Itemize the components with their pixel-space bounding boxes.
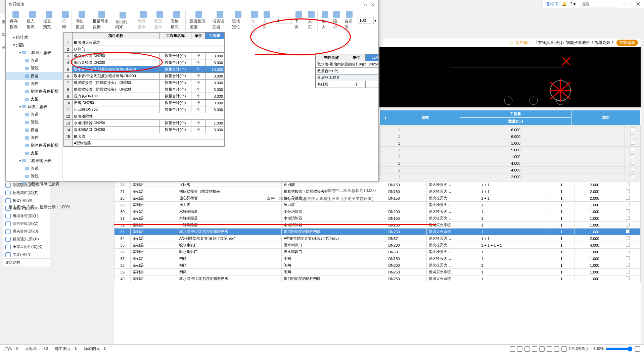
verify-checkbox[interactable] xyxy=(626,203,630,207)
table-row[interactable]: 11止回阀-DN200数量合计(个)个3.000 xyxy=(64,106,225,113)
palette-item[interactable]: 通头管件(消)(J) xyxy=(3,228,50,235)
tree-item[interactable]: 管线 xyxy=(6,64,62,72)
table-row[interactable]: 14.000 xyxy=(380,167,641,173)
tree-item[interactable]: ▾ 工程量明细表 xyxy=(6,157,62,165)
print-button[interactable]: 打印 xyxy=(60,10,72,31)
tree-item[interactable]: 管件 xyxy=(6,134,62,142)
verify-checkbox[interactable] xyxy=(626,216,630,220)
comp-row[interactable]: 数量合计(个) xyxy=(316,68,379,74)
tree-item[interactable]: ▾ 工程量汇总表 xyxy=(6,49,62,57)
tool-icon[interactable] xyxy=(635,346,640,352)
table-mode-button[interactable]: 表格模式 xyxy=(169,10,186,31)
page-number-input[interactable] xyxy=(276,17,292,24)
last-page-button[interactable]: 末页 xyxy=(306,10,318,31)
tool-icon[interactable] xyxy=(547,346,552,352)
tree-item[interactable]: 设备 xyxy=(6,126,62,134)
palette-item[interactable]: ★零星构件(消)(K) xyxy=(3,243,50,251)
col-qty[interactable]: 工程量 xyxy=(205,33,224,39)
verify-checkbox[interactable] xyxy=(631,148,635,152)
cad-viewport[interactable] xyxy=(379,47,641,107)
table-row[interactable]: 13水锤消除器-DN250数量合计(个)个1.000 xyxy=(64,120,225,127)
palette-item[interactable]: 桥架通头(消)(R) xyxy=(3,235,50,243)
designer-button[interactable]: 报表设置器 xyxy=(210,10,229,31)
zoom-in-button[interactable]: 放大 xyxy=(320,10,330,31)
verify-checkbox[interactable] xyxy=(626,209,630,213)
tree-item[interactable]: 刷油保温保护层 xyxy=(6,88,62,95)
tree-item[interactable]: ▾ 工程量清单汇总表 xyxy=(6,180,62,187)
tree-item[interactable]: 支架 xyxy=(6,95,62,103)
table-row[interactable]: 15⊟ 套管 xyxy=(64,133,225,140)
table-row[interactable]: 31基础层水锤消除器水锤消除器DN150消火栓灭火…111.000 xyxy=(114,215,641,222)
table-row[interactable]: 3偏心异径管-DN250数量合计(个)个3.000 xyxy=(64,53,225,59)
table-row[interactable]: 1⊟ 喷淋灭火系统 xyxy=(64,39,225,46)
tree-item[interactable]: 管道 xyxy=(6,111,62,118)
table-row[interactable]: 39基础层闸阀闸阀DN250喷淋灭火系统111.000 xyxy=(114,269,641,275)
table-row[interactable]: 8橡胶软接管（防震软接头）-DN200数量合计(个)个3.000 xyxy=(64,86,225,93)
table-row[interactable]: 14吸水喇叭口-DN250数量合计(个)个3.000 xyxy=(64,127,225,133)
table-row[interactable]: 2⊟ 阀门 xyxy=(64,46,225,53)
search-input[interactable] xyxy=(579,1,619,7)
notification-icon[interactable]: 🔔 xyxy=(562,2,567,6)
tool-icon[interactable] xyxy=(539,346,545,352)
table-row[interactable]: 33基础层取水管-带启闭刻度的暗杆闸阀带启闭刻度的暗杆闸阀DN250喷淋灭火系统… xyxy=(114,229,641,235)
table-row[interactable]: 12⊟ 管道附件 xyxy=(64,113,225,120)
table-row[interactable]: 35基础层吸水喇叭口吸水喇叭口DN200消火栓灭火…1 + 1 + 1 + 11… xyxy=(114,242,641,249)
table-row[interactable]: 4偏心异径管-DN200数量合计(个)个3.000 xyxy=(64,59,225,66)
table-row[interactable]: 5取水管-带启闭刻度的暗杆闸阀-DN250数量合计(个)个10.000 xyxy=(64,66,225,73)
tree-item[interactable]: 管件 xyxy=(6,80,62,88)
table-row[interactable]: A型钢性防 xyxy=(64,140,225,147)
col-project[interactable]: 项目名称 xyxy=(73,33,159,39)
verify-checkbox[interactable] xyxy=(631,154,635,158)
table-row[interactable]: 7橡胶软接管（防震软接头）-DN250数量合计(个)个3.000 xyxy=(64,80,225,86)
verify-checkbox[interactable] xyxy=(626,189,630,193)
fit-button[interactable]: 自适应 xyxy=(342,10,356,31)
batch-export-button[interactable]: 批量导出数据 xyxy=(91,10,113,31)
table-row[interactable]: 15.000 xyxy=(380,147,641,153)
table-row[interactable]: 37基础层闸阀闸阀DN150消火栓灭火…111.000 xyxy=(114,255,641,262)
verify-checkbox[interactable] xyxy=(626,263,630,267)
export-button[interactable]: 导出数据 xyxy=(74,10,90,31)
close-icon[interactable]: ✕ xyxy=(636,0,641,8)
verify-checkbox[interactable] xyxy=(631,174,635,179)
tool-icon[interactable] xyxy=(554,346,559,352)
table-row[interactable]: 12.000 xyxy=(380,173,641,180)
palette-item[interactable]: 综合管线(消)(Z) xyxy=(3,220,50,228)
table-row[interactable]: 9压力表-DN100数量合计(个)个3.000 xyxy=(64,93,225,100)
verify-checkbox[interactable] xyxy=(626,183,630,187)
tree-item[interactable]: 管线 xyxy=(6,172,62,180)
tree-item[interactable]: 支架 xyxy=(6,149,62,157)
range-button[interactable]: 设置报表范围 xyxy=(188,10,210,31)
table-row[interactable]: 11.000 xyxy=(380,153,641,160)
tree-item[interactable]: 管道 xyxy=(6,165,62,172)
table-row[interactable]: 38基础层闸阀闸阀DN200消火栓灭火…111.000 xyxy=(114,262,641,269)
verify-checkbox[interactable] xyxy=(631,141,635,145)
table-row[interactable]: 6取水管-带启闭刻度的暗杆闸阀-DN200数量合计(个)个3.000 xyxy=(64,73,225,80)
tree-item[interactable]: 管道 xyxy=(6,57,62,64)
comp-row[interactable]: ⊟ 表格工程量 xyxy=(316,74,379,81)
tree-item[interactable]: ▸给排水 xyxy=(6,34,62,41)
table-row[interactable]: 11.000 xyxy=(380,140,641,147)
find-button[interactable]: 查找定位 xyxy=(230,10,247,31)
verify-checkbox[interactable] xyxy=(626,270,630,274)
win-close-icon[interactable]: ✕ xyxy=(370,2,376,7)
verify-checkbox[interactable] xyxy=(626,250,630,254)
table-row[interactable]: 34基础层A型钢性防水套管(液位计传示)φ57A型钢性防水套管(液位计传示)φ5… xyxy=(114,235,641,242)
table-row[interactable]: 36基础层吸水喇叭口吸水喇叭口DN50消火栓灭火…111.000 xyxy=(114,249,641,255)
win-min-icon[interactable]: — xyxy=(355,2,361,7)
zoom-input[interactable] xyxy=(358,17,374,24)
zoom-out-button[interactable]: 缩小 xyxy=(331,10,342,31)
verify-checkbox[interactable] xyxy=(626,276,630,281)
verify-checkbox[interactable] xyxy=(626,230,630,234)
load-button[interactable]: 载入报表 xyxy=(25,10,41,31)
tool-icon[interactable] xyxy=(532,346,537,352)
tool-icon[interactable] xyxy=(510,346,515,352)
export-pdf-button[interactable]: 导出到PDF xyxy=(113,11,133,30)
verify-checkbox[interactable] xyxy=(631,128,635,132)
cad-brightness-slider[interactable] xyxy=(606,346,633,352)
next-page-button[interactable]: 下一页 xyxy=(292,10,306,31)
table-row[interactable]: 16.000 xyxy=(380,127,641,133)
tool-icon[interactable] xyxy=(517,346,522,352)
win-max-icon[interactable]: □ xyxy=(363,2,369,7)
report-tree[interactable]: ▸给排水▾消防▾ 工程量汇总表 管道 管线 设备 管件 刷油保温保护层 支架▾ … xyxy=(6,32,63,187)
verify-checkbox[interactable] xyxy=(626,243,630,247)
